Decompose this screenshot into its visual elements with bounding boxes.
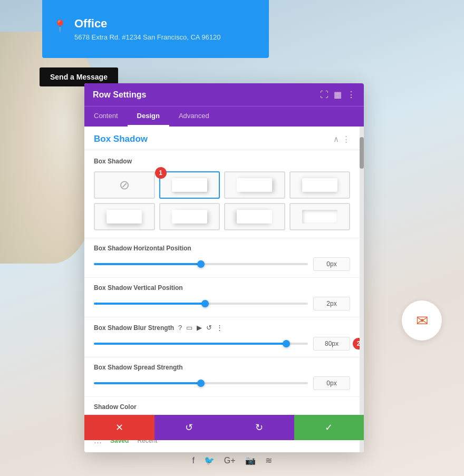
shadow-preview-7 bbox=[302, 210, 337, 224]
badge-1: 1 bbox=[155, 167, 167, 179]
panel-body-wrapper: Box Shadow ∧ ⋮ Box Shadow ⊘ 1 bbox=[84, 127, 364, 452]
instagram-icon[interactable]: 📷 bbox=[245, 455, 256, 465]
office-card: 📍 Office 5678 Extra Rd. #1234 San Franci… bbox=[42, 0, 269, 58]
shadow-option-4[interactable] bbox=[94, 203, 155, 230]
facebook-icon[interactable]: f bbox=[192, 456, 194, 465]
section-header-icons: ∧ ⋮ bbox=[333, 134, 350, 144]
mail-icon: ✉ bbox=[416, 312, 428, 329]
cancel-button[interactable]: ✕ bbox=[84, 415, 154, 440]
horizontal-value[interactable]: 0px bbox=[313, 257, 350, 271]
columns-icon[interactable]: ▦ bbox=[334, 90, 342, 100]
tab-content[interactable]: Content bbox=[84, 106, 128, 127]
section-header: Box Shadow ∧ ⋮ bbox=[84, 127, 360, 150]
horizontal-track-wrap[interactable] bbox=[94, 263, 308, 265]
pin-icon: 📍 bbox=[53, 20, 67, 33]
tab-advanced[interactable]: Advanced bbox=[169, 106, 219, 127]
vertical-position-row: Box Shadow Vertical Position 2px bbox=[84, 278, 360, 317]
collapse-icon[interactable]: ∧ bbox=[333, 134, 339, 144]
mail-circle: ✉ bbox=[402, 300, 442, 341]
spread-track bbox=[94, 382, 308, 384]
vertical-label: Box Shadow Vertical Position bbox=[94, 284, 350, 292]
shadow-option-5[interactable] bbox=[159, 203, 220, 230]
spread-value[interactable]: 0px bbox=[313, 376, 350, 390]
vertical-track bbox=[94, 303, 308, 305]
blur-fill bbox=[94, 343, 286, 345]
office-title: Office bbox=[74, 17, 221, 31]
panel-tabs: Content Design Advanced bbox=[84, 106, 364, 127]
box-shadow-label: Box Shadow bbox=[94, 158, 350, 165]
panel-header: Row Settings ⛶ ▦ ⋮ bbox=[84, 83, 364, 106]
blur-track-wrap[interactable] bbox=[94, 343, 308, 345]
vertical-fill bbox=[94, 303, 205, 305]
googleplus-icon[interactable]: G+ bbox=[224, 456, 236, 465]
vertical-thumb[interactable] bbox=[201, 300, 209, 307]
panel-scrollbar-thumb[interactable] bbox=[360, 137, 364, 169]
fullscreen-icon[interactable]: ⛶ bbox=[320, 90, 328, 100]
section-title: Box Shadow bbox=[94, 134, 148, 144]
blur-more-icon[interactable]: ⋮ bbox=[216, 324, 223, 332]
spread-fill bbox=[94, 382, 201, 384]
spread-thumb[interactable] bbox=[197, 380, 205, 387]
confirm-button[interactable]: ✓ bbox=[294, 415, 364, 440]
rss-icon[interactable]: ≋ bbox=[265, 455, 272, 465]
shadow-preview-3 bbox=[302, 178, 337, 192]
shadow-preview-4 bbox=[107, 210, 142, 224]
spread-label: Box Shadow Spread Strength bbox=[94, 364, 350, 371]
shadow-grid: ⊘ 1 bbox=[94, 171, 350, 230]
blur-thumb[interactable] bbox=[283, 340, 290, 347]
blur-cursor-icon[interactable]: ▶ bbox=[197, 324, 202, 332]
color-label: Shadow Color bbox=[94, 403, 350, 411]
vertical-track-wrap[interactable] bbox=[94, 303, 308, 305]
shadow-preview-5 bbox=[172, 210, 207, 224]
action-bar: ✕ ↺ ↻ ✓ bbox=[84, 415, 364, 440]
footer-social: f 🐦 G+ 📷 ≋ bbox=[192, 455, 272, 465]
blur-strength-row: Box Shadow Blur Strength ? ▭ ▶ ↺ ⋮ bbox=[84, 317, 360, 357]
spread-track-wrap[interactable] bbox=[94, 382, 308, 384]
shadow-option-1[interactable]: 1 bbox=[159, 171, 220, 199]
no-shadow-icon: ⊘ bbox=[119, 178, 130, 192]
horizontal-thumb[interactable] bbox=[197, 260, 205, 268]
blur-value[interactable]: 80px bbox=[325, 340, 339, 347]
blur-label-row: Box Shadow Blur Strength ? ▭ ▶ ↺ ⋮ bbox=[94, 324, 350, 332]
office-address: 5678 Extra Rd. #1234 San Francisco, CA 9… bbox=[74, 33, 221, 41]
panel-scrollbar[interactable] bbox=[360, 127, 364, 452]
spread-strength-row: Box Shadow Spread Strength 0px bbox=[84, 357, 360, 397]
horizontal-track bbox=[94, 263, 308, 265]
undo-button[interactable]: ↺ bbox=[154, 415, 225, 440]
blur-undo-icon[interactable]: ↺ bbox=[206, 324, 212, 332]
shadow-preview-1 bbox=[172, 178, 207, 192]
shadow-option-6[interactable] bbox=[224, 203, 285, 230]
shadow-option-2[interactable] bbox=[224, 171, 285, 199]
tab-design[interactable]: Design bbox=[128, 106, 169, 127]
blur-label: Box Shadow Blur Strength bbox=[94, 324, 174, 332]
office-info: Office 5678 Extra Rd. #1234 San Francisc… bbox=[74, 17, 221, 41]
panel-body: Box Shadow ∧ ⋮ Box Shadow ⊘ 1 bbox=[84, 127, 360, 452]
badge-2: 2 bbox=[353, 338, 360, 349]
horizontal-position-row: Box Shadow Horizontal Position 0px bbox=[84, 238, 360, 278]
box-shadow-section: Box Shadow ⊘ 1 bbox=[84, 150, 360, 238]
shadow-option-3[interactable] bbox=[289, 171, 351, 199]
horizontal-label: Box Shadow Horizontal Position bbox=[94, 245, 350, 252]
vertical-control: 2px bbox=[94, 297, 350, 310]
section-more-icon[interactable]: ⋮ bbox=[342, 134, 350, 144]
blur-device-icon[interactable]: ▭ bbox=[186, 324, 192, 332]
horizontal-control: 0px bbox=[94, 257, 350, 271]
shadow-preview-6 bbox=[237, 210, 272, 224]
row-settings-panel: Row Settings ⛶ ▦ ⋮ Content Design Advanc… bbox=[84, 83, 364, 452]
blur-value-wrap: 80px 2 bbox=[313, 337, 350, 351]
blur-help-icon[interactable]: ? bbox=[178, 324, 182, 332]
shadow-preview-2 bbox=[237, 178, 272, 192]
vertical-value[interactable]: 2px bbox=[313, 297, 350, 310]
twitter-icon[interactable]: 🐦 bbox=[204, 455, 215, 465]
redo-button[interactable]: ↻ bbox=[224, 415, 294, 440]
blur-track bbox=[94, 343, 308, 345]
shadow-option-7[interactable] bbox=[289, 203, 351, 230]
panel-header-icons: ⛶ ▦ ⋮ bbox=[320, 90, 355, 100]
blur-control: 80px 2 bbox=[94, 337, 350, 351]
more-icon[interactable]: ⋮ bbox=[347, 90, 355, 100]
panel-title: Row Settings bbox=[93, 90, 146, 100]
horizontal-fill bbox=[94, 263, 201, 265]
spread-control: 0px bbox=[94, 376, 350, 390]
shadow-option-none[interactable]: ⊘ bbox=[94, 171, 155, 199]
